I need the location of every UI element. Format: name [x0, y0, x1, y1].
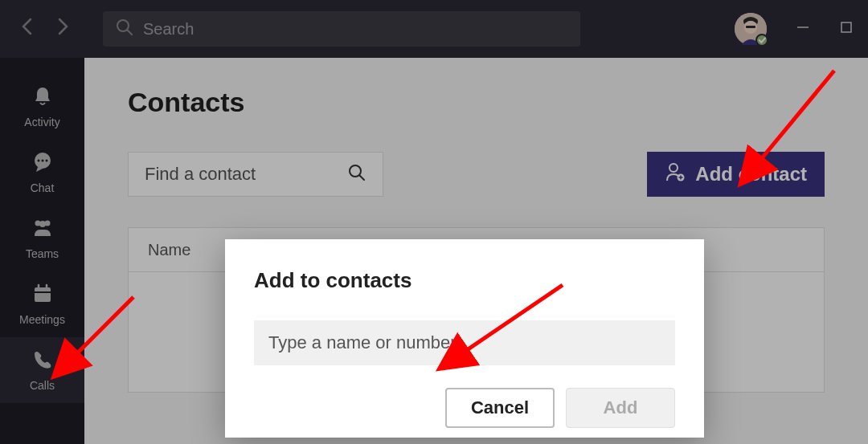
- modal-title: Add to contacts: [254, 268, 675, 293]
- modal-actions: Cancel Add: [254, 388, 675, 428]
- add-to-contacts-modal: Add to contacts Type a name or number Ca…: [225, 239, 704, 438]
- cancel-button[interactable]: Cancel: [445, 388, 555, 428]
- add-button: Add: [566, 388, 675, 428]
- contact-input-placeholder: Type a name or number: [268, 332, 457, 353]
- add-label: Add: [604, 397, 638, 418]
- contact-name-input[interactable]: Type a name or number: [254, 320, 675, 365]
- cancel-label: Cancel: [471, 397, 529, 418]
